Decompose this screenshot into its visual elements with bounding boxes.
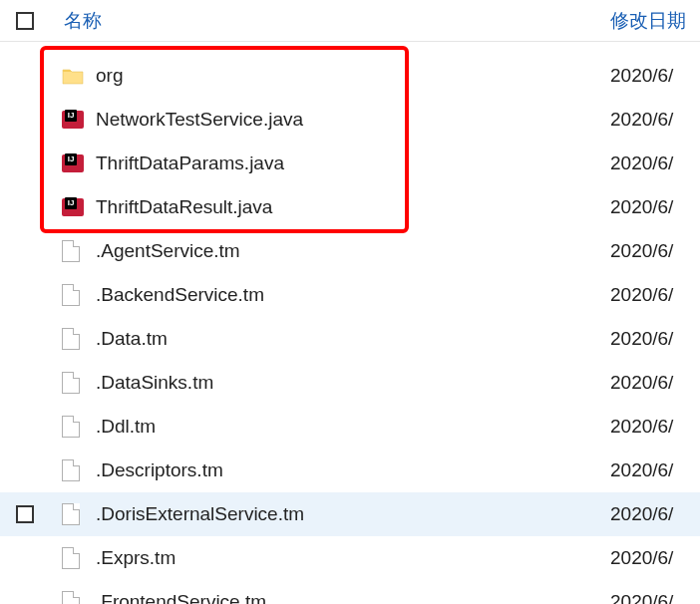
file-icon <box>62 328 80 350</box>
file-row[interactable]: org2020/6/ <box>0 54 700 98</box>
row-name: .BackendService.tm <box>96 284 610 306</box>
file-row[interactable]: IJThriftDataParams.java2020/6/ <box>0 142 700 185</box>
row-name: .DorisExternalService.tm <box>96 503 610 525</box>
file-row[interactable]: .Descriptors.tm2020/6/ <box>0 449 700 492</box>
row-icon-slot: IJ <box>62 196 96 218</box>
row-name: .AgentService.tm <box>96 240 610 262</box>
row-icon-slot: IJ <box>62 152 96 174</box>
row-checkbox-slot <box>16 505 62 523</box>
row-icon-slot <box>62 372 96 394</box>
file-icon <box>62 416 80 438</box>
select-all-checkbox[interactable] <box>16 12 34 30</box>
row-name: .Data.tm <box>96 328 610 350</box>
row-date: 2020/6/ <box>610 284 700 306</box>
row-name: .FrontendService.tm <box>96 591 610 604</box>
row-date: 2020/6/ <box>610 65 700 87</box>
file-icon <box>62 547 80 569</box>
file-row[interactable]: .AgentService.tm2020/6/ <box>0 229 700 273</box>
row-name: org <box>96 65 610 87</box>
row-name: .DataSinks.tm <box>96 372 610 394</box>
row-date: 2020/6/ <box>610 196 700 218</box>
row-date: 2020/6/ <box>610 328 700 350</box>
row-name: .Descriptors.tm <box>96 459 610 481</box>
file-row[interactable]: .Ddl.tm2020/6/ <box>0 405 700 449</box>
file-row[interactable]: .DorisExternalService.tm2020/6/ <box>0 492 700 536</box>
row-date: 2020/6/ <box>610 152 700 174</box>
row-name: NetworkTestService.java <box>96 109 610 131</box>
file-icon <box>62 372 80 394</box>
intellij-java-icon: IJ <box>62 152 84 174</box>
column-header-row: 名称 修改日期 <box>0 0 700 42</box>
file-row[interactable]: .BackendService.tm2020/6/ <box>0 273 700 317</box>
row-name: ThriftDataParams.java <box>96 152 610 174</box>
intellij-java-icon: IJ <box>62 196 84 218</box>
row-date: 2020/6/ <box>610 372 700 394</box>
folder-icon <box>62 66 84 86</box>
row-date: 2020/6/ <box>610 240 700 262</box>
file-icon <box>62 503 80 525</box>
row-icon-slot <box>62 328 96 350</box>
row-icon-slot <box>62 284 96 306</box>
file-icon <box>62 284 80 306</box>
row-icon-slot <box>62 66 96 86</box>
row-date: 2020/6/ <box>610 416 700 438</box>
row-icon-slot <box>62 240 96 262</box>
column-header-name[interactable]: 名称 <box>64 8 610 34</box>
row-name: .Exprs.tm <box>96 547 610 569</box>
row-icon-slot: IJ <box>62 109 96 131</box>
file-icon <box>62 459 80 481</box>
file-row[interactable]: .FrontendService.tm2020/6/ <box>0 580 700 604</box>
file-row[interactable]: .Exprs.tm2020/6/ <box>0 536 700 580</box>
row-date: 2020/6/ <box>610 459 700 481</box>
row-icon-slot <box>62 591 96 604</box>
intellij-java-icon: IJ <box>62 109 84 131</box>
file-row[interactable]: .Data.tm2020/6/ <box>0 317 700 361</box>
row-icon-slot <box>62 547 96 569</box>
column-header-modified[interactable]: 修改日期 <box>610 8 700 34</box>
row-name: ThriftDataResult.java <box>96 196 610 218</box>
file-list: org2020/6/IJNetworkTestService.java2020/… <box>0 42 700 604</box>
row-date: 2020/6/ <box>610 109 700 131</box>
row-name: .Ddl.tm <box>96 416 610 438</box>
row-icon-slot <box>62 416 96 438</box>
row-date: 2020/6/ <box>610 591 700 604</box>
row-date: 2020/6/ <box>610 547 700 569</box>
row-icon-slot <box>62 459 96 481</box>
row-checkbox[interactable] <box>16 505 34 523</box>
file-icon <box>62 591 80 604</box>
file-row[interactable]: .DataSinks.tm2020/6/ <box>0 361 700 405</box>
file-row[interactable]: IJThriftDataResult.java2020/6/ <box>0 185 700 229</box>
file-row[interactable]: IJNetworkTestService.java2020/6/ <box>0 98 700 142</box>
row-icon-slot <box>62 503 96 525</box>
row-date: 2020/6/ <box>610 503 700 525</box>
file-icon <box>62 240 80 262</box>
